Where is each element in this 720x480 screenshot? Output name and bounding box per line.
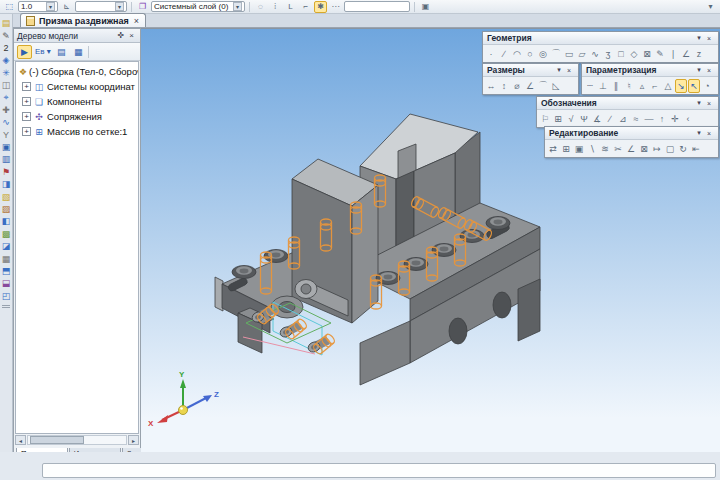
expand-icon[interactable]: + [22,82,31,91]
chevron-down-icon[interactable]: ▾ [694,34,704,42]
tool-icon[interactable]: · [485,47,497,61]
tool-icon[interactable]: ◺ [550,79,562,93]
left-toolbar-icon[interactable]: ◈ [0,54,12,66]
3d-viewport[interactable]: X Y Z Геометрия▾×·∕◠○◎⌒▭▱∿ʒ□◇⊠✎∣∠z Разме… [141,28,720,452]
scroll-left-icon[interactable]: ◂ [15,435,26,445]
close-icon[interactable]: × [704,130,714,137]
pin-icon[interactable]: ✜ [115,31,126,40]
tool-icon[interactable]: ∡ [591,112,603,126]
line-style-select[interactable]: 1.0▾ [18,1,58,12]
chevron-down-icon[interactable]: ▾ [694,66,704,74]
left-toolbar-icon[interactable]: ◰ [0,290,12,302]
tool-icon[interactable]: ⊞ [552,112,564,126]
coordinate-field[interactable] [344,1,410,12]
tree-toolbar-button[interactable]: ▤ [54,45,69,59]
aux-icon[interactable]: ⊾ [60,1,73,13]
tree-toolbar-button[interactable]: ▶ [17,45,32,59]
tool-icon[interactable]: ∠ [625,142,637,156]
toolbar-dimensions[interactable]: Размеры▾×↔↕⌀∠⌒◺ [482,63,579,95]
left-toolbar-icon[interactable]: ◪ [0,240,12,252]
scrollbar-thumb[interactable] [30,436,84,444]
tool-icon[interactable]: ◇ [628,47,640,61]
layers-icon[interactable]: ❐ [136,1,149,13]
snap-button-icon[interactable]: ⌐ [299,1,312,13]
toolbar-designations[interactable]: Обозначения▾×⚐⊞√Ψ∡∕⊿≈—↑✛‹ [536,96,719,128]
tool-icon[interactable]: ↘ [675,79,687,93]
left-toolbar-icon[interactable]: ⚑ [0,166,12,178]
left-toolbar-icon[interactable]: ▥ [0,153,12,165]
tool-icon[interactable]: — [643,112,655,126]
toolbar-titlebar[interactable]: Геометрия▾× [483,32,718,45]
tool-icon[interactable]: □ [615,47,627,61]
tool-icon[interactable]: ∕ [498,47,510,61]
tool-icon[interactable]: ⇄ [547,142,559,156]
tool-icon[interactable]: ∿ [589,47,601,61]
tool-icon[interactable]: √ [565,112,577,126]
scroll-right-icon[interactable]: ▸ [128,435,139,445]
close-icon[interactable]: × [564,67,574,74]
tool-icon[interactable]: ⌒ [550,47,562,61]
tree-toolbar-button[interactable]: ▦ [71,45,86,59]
close-tab-icon[interactable]: × [133,16,140,26]
toolbar-geometry[interactable]: Геометрия▾×·∕◠○◎⌒▭▱∿ʒ□◇⊠✎∣∠z [482,31,719,63]
tool-icon[interactable]: ⚐ [539,112,551,126]
snap-button-icon[interactable]: ⋯ [329,1,342,13]
tree-toolbar-button[interactable]: Ев ▾ [34,45,52,59]
left-toolbar-icon[interactable]: 2 [0,42,12,54]
tool-icon[interactable]: ≋ [599,142,611,156]
expand-icon[interactable]: + [22,127,31,136]
tool-icon[interactable]: ✂ [612,142,624,156]
left-toolbar-icon[interactable]: ▣ [0,141,12,153]
close-icon[interactable]: × [704,100,714,107]
tool-icon[interactable]: ⌀ [511,79,523,93]
toolbar-parametrization[interactable]: Параметризация▾×┄⊥∥♮▵⌐△↘↖◔ [581,63,719,95]
chevron-down-icon[interactable]: ▾ [233,2,242,11]
tool-icon[interactable]: ⌒ [537,79,549,93]
tool-icon[interactable]: △ [662,79,674,93]
tool-icon[interactable]: ‹ [682,112,694,126]
tool-icon[interactable]: ↕ [498,79,510,93]
left-toolbar-icon[interactable]: ⬓ [0,277,12,289]
left-toolbar-icon[interactable]: ▧ [0,190,12,202]
left-toolbar-icon[interactable]: ∿ [0,116,12,128]
tool-icon[interactable]: ✛ [669,112,681,126]
toolbar-titlebar[interactable]: Параметризация▾× [582,64,718,77]
scrollbar-track[interactable] [27,435,127,445]
tool-icon[interactable]: ∥ [610,79,622,93]
close-icon[interactable]: × [704,67,714,74]
tool-icon[interactable]: ⊞ [560,142,572,156]
chevron-down-icon[interactable]: ▾ [46,2,55,11]
tree-item[interactable]: ❖(-) Сборка (Тел-0, Сборочны [16,64,138,79]
tool-icon[interactable]: ○ [524,47,536,61]
tool-icon[interactable]: ∠ [680,47,692,61]
tool-icon[interactable]: ◎ [537,47,549,61]
empty-select[interactable]: ▾ [75,1,127,12]
expand-icon[interactable]: + [22,97,31,106]
tree-item[interactable]: +✣Сопряжения [16,109,138,124]
grid-icon[interactable]: ▣ [419,1,432,13]
tree-item[interactable]: +◫Системы координат [16,79,138,94]
left-toolbar-icon[interactable]: ▩ [0,228,12,240]
toolbar-titlebar[interactable]: Обозначения▾× [537,97,718,110]
tool-icon[interactable]: ∖ [586,142,598,156]
chevron-down-icon[interactable]: ▾ [554,66,564,74]
tool-icon[interactable]: z [693,47,705,61]
tool-icon[interactable]: ⊠ [638,142,650,156]
tool-icon[interactable]: ↖ [688,79,700,93]
snap-button-icon[interactable]: ⦙ [269,1,282,13]
tool-icon[interactable]: ↑ [656,112,668,126]
left-toolbar-icon[interactable]: ✳ [0,67,12,79]
tool-icon[interactable]: ✎ [654,47,666,61]
tool-icon[interactable]: ◔ [701,79,713,93]
tree-item[interactable]: +⊞Массив по сетке:1 [16,124,138,139]
tool-icon[interactable]: ⊠ [641,47,653,61]
left-toolbar-icon[interactable]: ⌖ [0,91,12,103]
left-toolbar-icon[interactable]: ✎ [0,29,12,41]
chevron-down-icon[interactable]: ▾ [694,99,704,107]
tool-icon[interactable]: ∠ [524,79,536,93]
left-toolbar-icon[interactable]: ▨ [0,203,12,215]
selection-frame-icon[interactable]: ⬚ [3,1,16,13]
tool-icon[interactable]: ↔ [485,79,497,93]
snap-button-icon[interactable]: ◌ [254,1,267,13]
tool-icon[interactable]: ▱ [576,47,588,61]
